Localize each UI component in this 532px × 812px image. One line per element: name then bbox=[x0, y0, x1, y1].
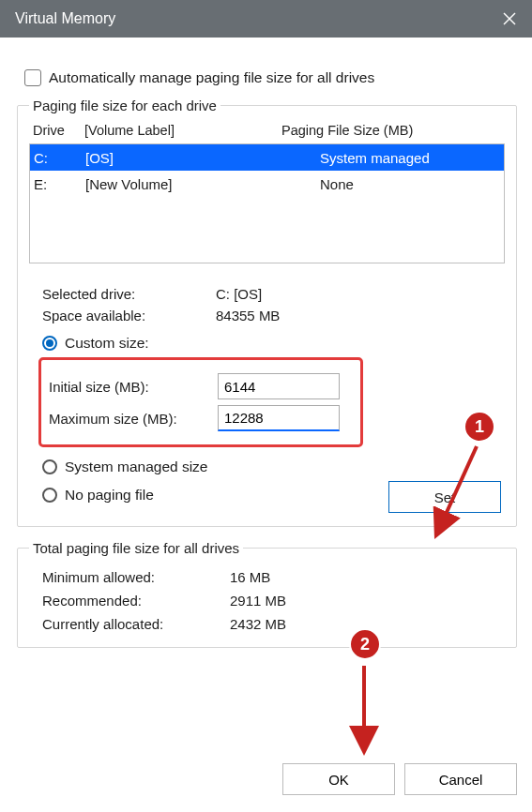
drive-row[interactable]: E: [New Volume] None bbox=[30, 171, 504, 197]
close-icon bbox=[503, 12, 516, 25]
custom-size-label: Custom size: bbox=[65, 335, 149, 352]
annotation-badge-2: 2 bbox=[349, 628, 381, 660]
no-paging-radio[interactable] bbox=[42, 488, 57, 503]
set-button[interactable]: Set bbox=[388, 481, 501, 513]
initial-size-label: Initial size (MB): bbox=[49, 379, 208, 395]
drive-list-header: Drive [Volume Label] Paging File Size (M… bbox=[29, 119, 505, 143]
maximum-size-label: Maximum size (MB): bbox=[49, 411, 208, 427]
annotation-badge-1: 1 bbox=[464, 411, 495, 443]
drive-volume: [OS] bbox=[85, 150, 320, 166]
drive-paging: None bbox=[320, 176, 500, 192]
per-drive-legend: Paging file size for each drive bbox=[29, 98, 220, 113]
totals-legend: Total paging file size for all drives bbox=[29, 540, 243, 556]
title-bar: Virtual Memory bbox=[0, 0, 532, 38]
auto-manage-checkbox[interactable] bbox=[24, 69, 41, 86]
cancel-button[interactable]: Cancel bbox=[404, 763, 517, 795]
window-title: Virtual Memory bbox=[15, 10, 115, 27]
annotation-arrow-2 bbox=[347, 662, 385, 756]
totals-group: Total paging file size for all drives Mi… bbox=[17, 540, 517, 648]
no-paging-label: No paging file bbox=[65, 487, 154, 504]
space-available-label: Space available: bbox=[42, 308, 216, 323]
drive-volume: [New Volume] bbox=[85, 176, 320, 192]
minimum-value: 16 MB bbox=[230, 569, 270, 585]
system-managed-radio[interactable] bbox=[42, 459, 57, 474]
system-managed-label: System managed size bbox=[65, 459, 208, 475]
allocated-label: Currently allocated: bbox=[42, 616, 230, 632]
ok-button[interactable]: OK bbox=[282, 763, 395, 795]
annotation-highlight: Initial size (MB): Maximum size (MB): bbox=[38, 357, 363, 447]
allocated-value: 2432 MB bbox=[230, 616, 286, 632]
header-paging-size: Paging File Size (MB) bbox=[281, 123, 501, 138]
close-button[interactable] bbox=[487, 0, 532, 38]
auto-manage-label: Automatically manage paging file size fo… bbox=[49, 69, 374, 86]
header-drive: Drive bbox=[33, 123, 84, 138]
selected-drive-label: Selected drive: bbox=[42, 286, 216, 302]
recommended-value: 2911 MB bbox=[230, 593, 286, 609]
initial-size-input[interactable] bbox=[218, 373, 340, 399]
selected-drive-value: C: [OS] bbox=[216, 286, 262, 302]
per-drive-group: Paging file size for each drive Drive [V… bbox=[17, 98, 517, 527]
drive-paging: System managed bbox=[320, 150, 500, 166]
header-volume: [Volume Label] bbox=[84, 123, 281, 138]
drive-letter: E: bbox=[34, 176, 85, 192]
recommended-label: Recommended: bbox=[42, 593, 230, 609]
drive-list[interactable]: C: [OS] System managed E: [New Volume] N… bbox=[29, 143, 505, 263]
drive-row[interactable]: C: [OS] System managed bbox=[30, 144, 504, 171]
space-available-value: 84355 MB bbox=[216, 308, 280, 323]
minimum-label: Minimum allowed: bbox=[42, 569, 230, 585]
custom-size-radio[interactable] bbox=[42, 336, 57, 351]
drive-letter: C: bbox=[34, 150, 85, 166]
maximum-size-input[interactable] bbox=[218, 405, 340, 431]
